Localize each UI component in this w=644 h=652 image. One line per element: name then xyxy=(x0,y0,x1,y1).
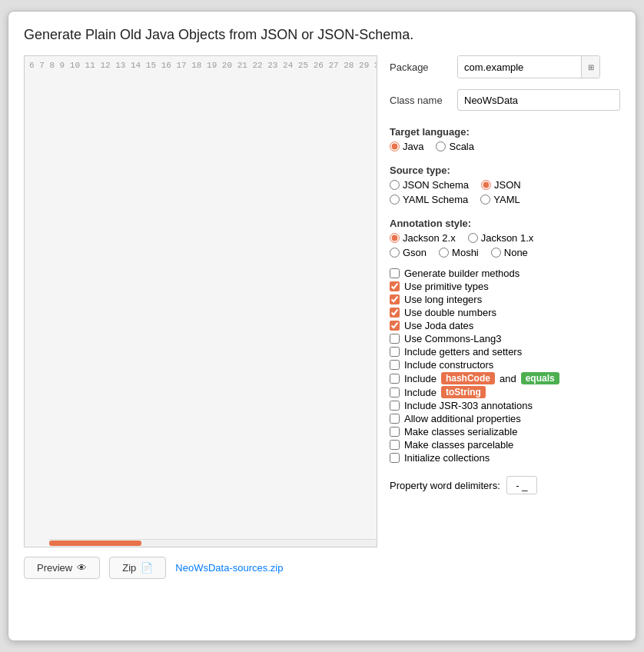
class-name-row: Class name xyxy=(390,89,620,111)
radio-java[interactable]: Java xyxy=(390,141,423,152)
cb-tostring[interactable]: Include toString xyxy=(390,386,620,398)
radio-moshi[interactable]: Moshi xyxy=(439,247,479,258)
cb-double[interactable]: Use double numbers xyxy=(390,307,620,318)
package-input-wrapper: ⊞ xyxy=(457,55,600,78)
preview-label: Preview xyxy=(37,562,72,574)
package-icon[interactable]: ⊞ xyxy=(581,56,599,78)
radio-yaml-schema[interactable]: YAML Schema xyxy=(390,194,468,205)
cb-joda[interactable]: Use Joda dates xyxy=(390,320,620,331)
class-name-input[interactable] xyxy=(457,89,620,111)
radio-json-schema[interactable]: JSON Schema xyxy=(390,179,469,191)
cb-parcelable[interactable]: Make classes parcelable xyxy=(390,439,620,451)
horizontal-scrollbar[interactable] xyxy=(49,539,377,547)
code-panel[interactable]: 6 7 8 9 10 11 12 13 14 15 16 17 18 19 20… xyxy=(24,55,377,547)
right-panel: Package ⊞ Class name Target language: Ja… xyxy=(390,55,620,547)
radio-jackson1x[interactable]: Jackson 1.x xyxy=(468,232,534,244)
radio-jackson2x[interactable]: Jackson 2.x xyxy=(390,232,456,244)
source-type-group2: YAML Schema YAML xyxy=(390,194,620,205)
hashcode-badge: hashCode xyxy=(441,372,495,384)
cb-additional[interactable]: Allow additional properties xyxy=(390,413,620,424)
radio-json[interactable]: JSON xyxy=(481,179,521,191)
zip-button[interactable]: Zip 📄 xyxy=(109,557,166,579)
radio-yaml[interactable]: YAML xyxy=(480,194,520,205)
cb-builder[interactable]: Generate builder methods xyxy=(390,268,620,279)
target-language-group: Java Scala xyxy=(390,141,620,152)
tostring-badge: toString xyxy=(441,386,486,398)
annotation-style-label: Annotation style: xyxy=(390,218,620,229)
radio-none[interactable]: None xyxy=(491,247,528,258)
radio-scala[interactable]: Scala xyxy=(436,141,474,152)
code-editor: 6 7 8 9 10 11 12 13 14 15 16 17 18 19 20… xyxy=(25,56,377,547)
bottom-bar: Preview 👁 Zip 📄 NeoWsData-sources.zip xyxy=(24,557,620,579)
package-row: Package ⊞ xyxy=(390,55,620,78)
cb-serializable[interactable]: Make classes serializable xyxy=(390,426,620,437)
scrollbar-thumb xyxy=(49,541,141,546)
source-type-section: Source type: JSON Schema JSON YAML Schem… xyxy=(390,161,620,205)
package-label: Package xyxy=(390,62,451,73)
target-language-label: Target language: xyxy=(390,126,620,138)
page-title: Generate Plain Old Java Objects from JSO… xyxy=(24,27,620,43)
delimiter-input[interactable] xyxy=(506,476,537,494)
cb-getters[interactable]: Include getters and setters xyxy=(390,346,620,358)
cb-hashcode-equals[interactable]: Include hashCode and equals xyxy=(390,372,620,384)
cb-long[interactable]: Use long integers xyxy=(390,294,620,305)
checkboxes-section: Generate builder methods Use primitive t… xyxy=(390,266,620,465)
cb-jsr303[interactable]: Include JSR-303 annotations xyxy=(390,400,620,411)
package-input[interactable] xyxy=(458,56,581,78)
equals-badge: equals xyxy=(521,372,559,384)
annotation-style-group2: Gson Moshi None xyxy=(390,247,620,258)
radio-gson[interactable]: Gson xyxy=(390,247,427,258)
zip-icon: 📄 xyxy=(141,562,153,574)
cb-primitive[interactable]: Use primitive types xyxy=(390,281,620,292)
main-layout: 6 7 8 9 10 11 12 13 14 15 16 17 18 19 20… xyxy=(24,55,620,547)
class-name-label: Class name xyxy=(390,95,451,106)
delimiter-row: Property word delimiters: xyxy=(390,476,620,494)
cb-commons[interactable]: Use Commons-Lang3 xyxy=(390,333,620,344)
delimiter-label: Property word delimiters: xyxy=(390,480,500,491)
source-type-label: Source type: xyxy=(390,165,620,176)
download-link[interactable]: NeoWsData-sources.zip xyxy=(175,562,283,574)
source-type-group: JSON Schema JSON xyxy=(390,179,620,191)
zip-label: Zip xyxy=(122,562,136,574)
cb-constructors[interactable]: Include constructors xyxy=(390,359,620,371)
target-language-section: Target language: Java Scala xyxy=(390,123,620,152)
annotation-style-group: Jackson 2.x Jackson 1.x xyxy=(390,232,620,244)
preview-button[interactable]: Preview 👁 xyxy=(24,557,100,579)
cb-init-collections[interactable]: Initialize collections xyxy=(390,452,620,464)
annotation-style-section: Annotation style: Jackson 2.x Jackson 1.… xyxy=(390,215,620,258)
line-numbers: 6 7 8 9 10 11 12 13 14 15 16 17 18 19 20… xyxy=(25,56,377,547)
main-window: Generate Plain Old Java Objects from JSO… xyxy=(8,11,636,641)
eye-icon: 👁 xyxy=(77,562,87,574)
